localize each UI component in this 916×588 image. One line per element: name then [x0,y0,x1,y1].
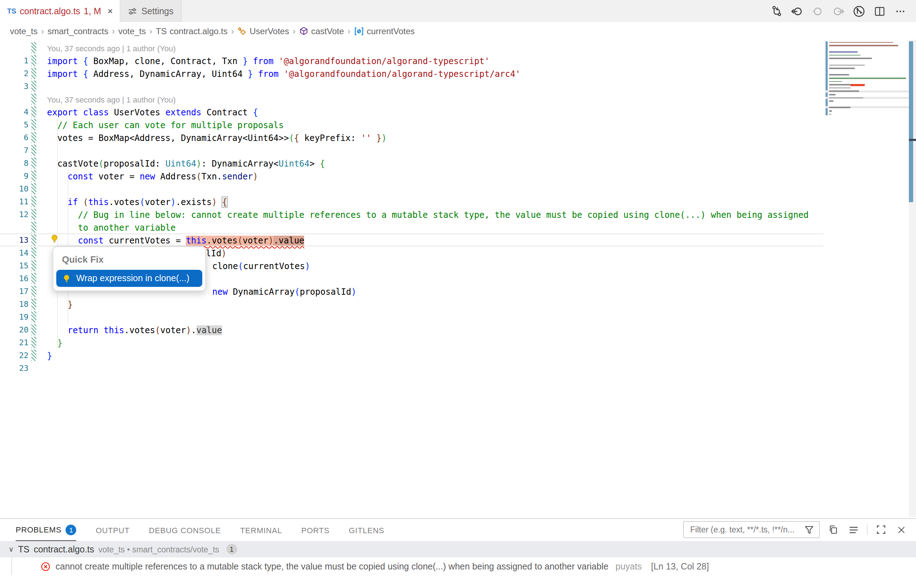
line-content: You, 37 seconds ago | 1 author (You) [47,93,176,105]
panel-tab-output[interactable]: OUTPUT [96,519,129,541]
tab-settings[interactable]: Settings [121,0,181,22]
close-panel-icon[interactable] [895,523,908,536]
breadcrumb-item-UserVotes[interactable]: UserVotes [238,26,289,36]
minimap[interactable] [825,41,907,120]
line-content: // Bug in line below: cannot create mult… [47,208,809,220]
error-line-marker [909,139,916,141]
code-token [253,69,258,79]
code-token: ( [238,236,243,246]
git-modified-gutter [31,93,36,105]
git-modified-gutter [31,221,36,233]
git-modified-gutter [31,157,36,169]
panel-tab-ports[interactable]: PORTS [301,519,329,541]
panel-tab-problems[interactable]: PROBLEMS1 [16,519,76,541]
problem-error-row[interactable]: cannot create multiple references to a m… [0,557,916,575]
breadcrumb-item-contract.algo.ts[interactable]: TScontract.algo.ts [156,26,228,36]
minimap-code-bar [829,68,855,69]
problems-file-row[interactable]: ∨ TS contract.algo.ts vote_ts • smart_co… [0,541,916,557]
git-blame-annotation: You, 37 seconds ago | 1 author (You) [0,92,824,105]
code-token [217,197,222,207]
code-token: ( [289,133,294,143]
code-token: ) [253,171,258,181]
line-number [0,221,29,233]
line-content: You, 37 seconds ago | 1 author (You) [47,42,176,53]
git-modified-gutter [31,132,36,143]
breadcrumb-item-vote_ts[interactable]: vote_ts [118,26,146,36]
code-token: ) [171,197,176,207]
code-token: import [47,56,83,66]
code-token: // Each user can vote for multiple propo… [47,120,284,130]
minimap-line [829,74,907,76]
line-number: 20 [0,324,29,335]
code-token: ) [196,159,201,169]
code-token: this [104,325,124,335]
panel-tab-debug-console[interactable]: DEBUG CONSOLE [149,519,221,541]
code-line-22: 22} [0,349,824,362]
tab-problem-badge: 1, M [84,6,101,16]
breadcrumb-item-castVote[interactable]: castVote [299,26,344,36]
breadcrumb-item-vote_ts[interactable]: vote_ts [10,26,37,36]
code-token: if [68,197,78,207]
panel-tab-label: TERMINAL [240,526,282,534]
source-control-icon[interactable] [769,4,783,18]
variable-symbol-icon [354,26,364,36]
view-as-list-icon[interactable] [847,523,860,536]
git-modified-gutter [31,170,36,181]
close-icon[interactable]: × [108,6,113,16]
go-back-icon[interactable] [790,4,804,18]
scrollbar-overview-ruler[interactable] [909,40,916,517]
breadcrumb-separator: › [293,26,296,36]
line-number: 18 [0,298,29,310]
code-token: . [191,325,196,335]
code-token: to another variable [47,223,176,233]
breadcrumb-item-smart_contracts[interactable]: smart_contracts [47,26,108,36]
breadcrumb-separator: › [150,26,152,36]
error-message: cannot create multiple references to a m… [55,561,608,571]
panel-tab-gitlens[interactable]: GITLENS [349,519,384,541]
run-graph-icon[interactable] [852,4,866,18]
more-actions-icon[interactable] [893,4,908,18]
panel-tab-terminal[interactable]: TERMINAL [240,519,282,541]
minimap-modified-bar [825,41,827,116]
git-modified-gutter [31,247,36,258]
quick-fix-item-wrap-in-clone[interactable]: Wrap expression in clone(...) [56,270,202,287]
split-editor-icon[interactable] [872,4,887,18]
breadcrumb-label: smart_contracts [47,26,108,36]
minimap-code-bar [829,84,850,85]
tab-contract-algo-ts[interactable]: TS contract.algo.ts 1, M × [0,0,121,22]
panel-tab-label: DEBUG CONSOLE [149,526,221,534]
code-token: .votes [124,325,155,335]
problems-filter[interactable] [683,521,820,538]
minimap-line [829,58,907,60]
filter-input[interactable] [689,525,800,535]
code-editor[interactable]: You, 37 seconds ago | 1 author (You)1imp… [0,40,916,518]
breadcrumb-label: vote_ts [118,26,146,36]
lightbulb-icon[interactable] [50,234,60,244]
git-modified-gutter [31,208,36,220]
chevron-down-icon[interactable]: ∨ [8,545,14,553]
code-token: ) [268,236,273,246]
line-number: 9 [0,170,29,181]
code-line-12: 12 // Bug in line below: cannot create m… [0,208,824,221]
quick-fix-popup: Quick Fix Wrap expression in clone(...) [53,246,206,291]
minimap-code-bar [829,91,859,92]
code-token: const [68,171,93,181]
blame-text[interactable]: You, 37 seconds ago | 1 author (You) [47,95,176,104]
panel-tab-label: OUTPUT [96,526,129,534]
code-token: { [83,69,88,79]
line-content: const voter = new Address(Txn.sender) [47,170,258,181]
filter-funnel-icon[interactable] [803,523,816,536]
code-token: { [222,197,227,207]
blame-text[interactable]: You, 37 seconds ago | 1 author (You) [47,44,176,53]
code-token: new [139,171,155,181]
code-line-wrap: to another variable [0,221,824,234]
code-token: from [253,56,278,66]
code-token: { [83,56,88,66]
maximize-panel-icon[interactable] [875,523,887,536]
minimap-error-chunk [850,84,865,86]
code-token [371,133,376,143]
copy-icon[interactable] [827,523,840,536]
code-token: .value [274,236,304,246]
breadcrumb-item-currentVotes[interactable]: currentVotes [354,26,415,36]
code-token [248,56,253,66]
